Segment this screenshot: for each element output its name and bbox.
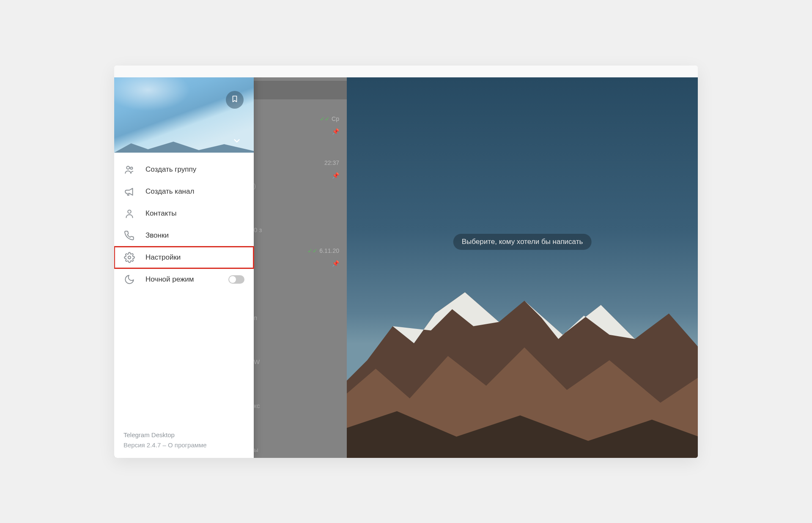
- menu-new-channel[interactable]: Создать канал: [114, 181, 254, 203]
- chat-preview-fragment: ы: [254, 446, 258, 453]
- chat-preview-fragment: ): [254, 182, 256, 189]
- svg-point-1: [130, 167, 132, 169]
- version-sep: –: [161, 441, 168, 449]
- person-icon: [123, 208, 135, 219]
- phone-icon: [123, 230, 135, 241]
- chat-preview-fragment: 0 з: [254, 226, 262, 233]
- menu-calls[interactable]: Звонки: [114, 225, 254, 246]
- group-icon: [123, 164, 135, 175]
- app-name-label: Telegram Desktop: [123, 430, 244, 440]
- svg-point-0: [126, 166, 129, 169]
- chat-time: 22:37: [324, 159, 339, 166]
- chat-preview-fragment: W: [254, 358, 260, 365]
- version-number: 2.4.7: [147, 441, 161, 449]
- screenshot-card: ✓✓Ср📌22:37📌)0 з✓✓6.11.20📌пWксы: [114, 66, 698, 458]
- read-checks-icon: ✓✓: [320, 115, 330, 122]
- menu-label: Ночной режим: [145, 275, 194, 284]
- drawer-footer: Telegram Desktop Версия 2.4.7 – О програ…: [114, 423, 254, 458]
- read-checks-icon: ✓✓: [307, 247, 318, 254]
- menu-night-mode[interactable]: Ночной режим: [114, 268, 254, 290]
- hamburger-drawer: Создать группу Создать канал Контакты: [114, 77, 254, 458]
- app-root: ✓✓Ср📌22:37📌)0 з✓✓6.11.20📌пWксы: [114, 77, 698, 458]
- chat-row[interactable]: п: [254, 287, 341, 331]
- drawer-menu: Создать группу Создать канал Контакты: [114, 153, 254, 423]
- empty-state-hint: Выберите, кому хотели бы написать: [453, 234, 592, 250]
- chat-time: ✓✓6.11.20: [307, 247, 339, 254]
- menu-label: Контакты: [145, 209, 176, 218]
- menu-label: Звонки: [145, 231, 169, 240]
- menu-contacts[interactable]: Контакты: [114, 203, 254, 225]
- drawer-profile-header[interactable]: [114, 77, 254, 153]
- search-bar[interactable]: [254, 81, 347, 99]
- pin-icon: 📌: [332, 128, 339, 135]
- megaphone-icon: [123, 186, 135, 197]
- bookmark-icon: [231, 95, 239, 104]
- chat-list: ✓✓Ср📌22:37📌)0 з✓✓6.11.20📌пWксы: [254, 111, 341, 458]
- wallpaper-mountain: [347, 275, 698, 458]
- svg-point-3: [128, 256, 131, 259]
- pin-icon: 📌: [332, 172, 339, 179]
- chat-preview-fragment: кс: [254, 402, 260, 409]
- chat-row[interactable]: W: [254, 331, 341, 375]
- night-mode-toggle[interactable]: [228, 275, 244, 284]
- version-line: Версия 2.4.7 – О программе: [123, 440, 244, 450]
- svg-point-2: [128, 210, 131, 213]
- about-link[interactable]: О программе: [168, 441, 207, 449]
- chat-list-panel: ✓✓Ср📌22:37📌)0 з✓✓6.11.20📌пWксы: [114, 77, 347, 458]
- chat-row[interactable]: ✓✓Ср📌: [254, 111, 341, 155]
- saved-messages-button[interactable]: [226, 91, 244, 109]
- chat-row[interactable]: 0 з: [254, 199, 341, 243]
- menu-settings[interactable]: Настройки: [114, 246, 254, 268]
- menu-new-group[interactable]: Создать группу: [114, 159, 254, 181]
- chat-row[interactable]: ✓✓6.11.20📌: [254, 243, 341, 287]
- chat-row[interactable]: кс: [254, 375, 341, 419]
- chat-row[interactable]: ы: [254, 419, 341, 458]
- menu-label: Создать группу: [145, 165, 196, 174]
- menu-label: Настройки: [145, 253, 181, 262]
- window-titlebar: [114, 66, 698, 77]
- chat-row[interactable]: 22:37📌): [254, 155, 341, 199]
- chat-time: ✓✓Ср: [320, 115, 339, 122]
- version-prefix: Версия: [123, 441, 147, 449]
- menu-label: Создать канал: [145, 187, 194, 196]
- moon-icon: [123, 274, 135, 285]
- chat-preview-fragment: п: [254, 314, 257, 321]
- chat-main-panel: Выберите, кому хотели бы написать: [347, 77, 698, 458]
- gear-icon: [123, 252, 135, 263]
- pin-icon: 📌: [332, 260, 339, 267]
